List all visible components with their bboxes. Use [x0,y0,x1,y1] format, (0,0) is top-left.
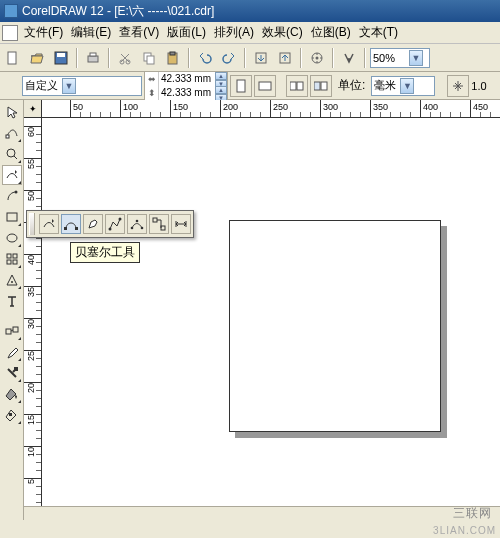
width-value[interactable] [159,73,215,84]
svg-rect-42 [153,218,157,222]
menu-edit[interactable]: 编辑(E) [67,24,115,41]
svg-point-38 [119,218,122,221]
horizontal-ruler[interactable]: 50100150200250300350400450 [42,100,500,118]
zoom-combo[interactable]: ▼ [370,48,430,68]
text-tool[interactable] [2,291,22,311]
curve-flyout[interactable] [26,210,194,238]
height-spinner[interactable]: ⬍ ▲▼ [145,86,227,100]
3point-curve-icon[interactable] [127,214,147,234]
open-button[interactable] [26,47,48,69]
title-bar: CorelDRAW 12 - [E:\六 -----\021.cdr] [0,0,500,22]
svg-rect-31 [6,329,11,334]
outline-tool[interactable] [2,363,22,383]
polygon-tool[interactable] [2,249,22,269]
options-button[interactable] [338,47,360,69]
pick-tool[interactable] [2,102,22,122]
svg-rect-20 [321,82,327,90]
svg-rect-36 [75,227,78,230]
workspace: ✦ 50100150200250300350400450 60555045403… [0,100,500,520]
flyout-handle[interactable] [29,213,35,235]
undo-button[interactable] [194,47,216,69]
menu-layout[interactable]: 版面(L) [163,24,210,41]
svg-point-41 [141,227,144,230]
connector-icon[interactable] [149,214,169,234]
save-button[interactable] [50,47,72,69]
vertical-ruler[interactable]: 605550454035302520151050 [24,118,42,520]
menu-bitmap[interactable]: 位图(B) [307,24,355,41]
menu-text[interactable]: 文本(T) [355,24,402,41]
basic-shapes-tool[interactable] [2,270,22,290]
svg-point-13 [312,53,322,63]
svg-rect-8 [147,56,154,64]
watermark-text: 三联网 [453,505,492,522]
unit-combo[interactable]: 毫米 ▼ [371,76,435,96]
svg-rect-21 [6,135,9,138]
menu-file[interactable]: 文件(F) [20,24,67,41]
import-button[interactable] [250,47,272,69]
size-spinners: ⬌ ▲▼ ⬍ ▲▼ [144,71,228,101]
smart-draw-tool[interactable] [2,186,22,206]
copy-button[interactable] [138,47,160,69]
zoom-tool[interactable] [2,144,22,164]
pages-all-button[interactable] [286,75,308,97]
tooltip-text: 贝塞尔工具 [75,245,135,259]
paste-button[interactable] [162,47,184,69]
print-button[interactable] [82,47,104,69]
zoom-drop-icon[interactable]: ▼ [409,50,423,66]
shape-tool[interactable] [2,123,22,143]
svg-rect-33 [14,367,18,371]
svg-point-5 [120,60,124,64]
scale-value: 1.0 [471,80,486,92]
rectangle-tool[interactable] [2,207,22,227]
svg-rect-24 [7,213,17,221]
svg-rect-3 [88,56,98,62]
doc-icon [2,25,18,41]
freehand-icon[interactable] [39,214,59,234]
nudge-icon-button[interactable] [447,75,469,97]
fill-tool[interactable] [2,384,22,404]
cut-button[interactable] [114,47,136,69]
svg-point-6 [126,60,130,64]
interactive-fill-tool[interactable] [2,405,22,425]
width-spinner[interactable]: ⬌ ▲▼ [145,72,227,86]
preset-drop-icon[interactable]: ▼ [62,78,76,94]
svg-point-40 [136,220,139,223]
app-launcher-button[interactable] [306,47,328,69]
menu-arrange[interactable]: 排列(A) [210,24,258,41]
pages-current-button[interactable] [310,75,332,97]
svg-rect-27 [13,254,17,258]
svg-rect-12 [280,53,290,63]
zoom-value[interactable] [373,52,405,64]
redo-button[interactable] [218,47,240,69]
bezier-icon[interactable] [61,214,81,234]
ellipse-tool[interactable] [2,228,22,248]
svg-point-22 [7,149,15,157]
unit-label: 单位: [338,77,365,94]
unit-drop-icon[interactable]: ▼ [400,78,414,94]
pen-icon[interactable] [83,214,103,234]
page [229,220,441,432]
blend-tool[interactable] [2,321,22,341]
polyline-icon[interactable] [105,214,125,234]
height-value[interactable] [159,87,215,98]
eyedropper-tool[interactable] [2,342,22,362]
standard-toolbar: ▼ [0,44,500,72]
svg-point-30 [11,281,13,283]
dimension-icon[interactable] [171,214,191,234]
export-button[interactable] [274,47,296,69]
svg-rect-0 [8,52,16,64]
svg-rect-10 [170,52,175,55]
menu-bar[interactable]: 文件(F) 编辑(E) 查看(V) 版面(L) 排列(A) 效果(C) 位图(B… [0,22,500,44]
curve-tool[interactable] [2,165,22,185]
canvas-area[interactable]: ✦ 50100150200250300350400450 60555045403… [24,100,500,520]
menu-effect[interactable]: 效果(C) [258,24,307,41]
horizontal-scrollbar[interactable] [24,506,500,520]
svg-rect-34 [9,413,12,416]
ruler-origin[interactable]: ✦ [24,100,42,118]
menu-view[interactable]: 查看(V) [115,24,163,41]
landscape-button[interactable] [254,75,276,97]
preset-combo[interactable]: 自定义 ▼ [22,76,142,96]
svg-point-25 [7,234,17,242]
new-button[interactable] [2,47,24,69]
portrait-button[interactable] [230,75,252,97]
